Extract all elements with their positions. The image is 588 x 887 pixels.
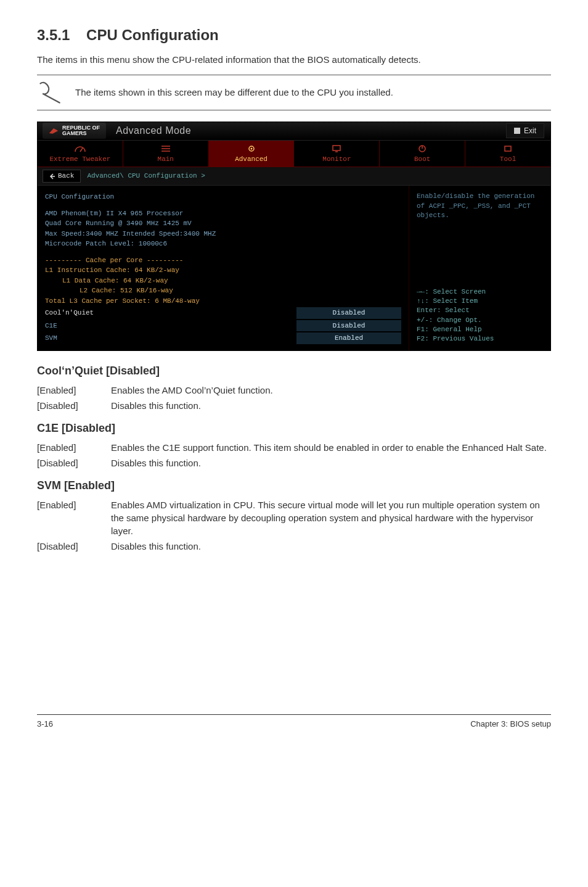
section-heading: 3.5.1 CPU Configuration bbox=[37, 25, 551, 46]
nav-hint: F1: General Help bbox=[417, 325, 543, 334]
section-title-text: CPU Configuration bbox=[86, 27, 219, 43]
setting-label: Cool'n'Quiet bbox=[45, 308, 94, 318]
bios-tabs: Extreme Tweaker Main Advanced Monitor Bo… bbox=[38, 141, 550, 167]
setting-value[interactable]: Disabled bbox=[296, 307, 401, 319]
breadcrumb: Advanced\ CPU Configuration > bbox=[87, 171, 205, 181]
gear-icon bbox=[245, 144, 258, 153]
tab-label: Advanced bbox=[209, 155, 294, 164]
info-line: Microcode Patch Level: 10000c6 bbox=[45, 239, 401, 249]
bios-topbar: REPUBLIC OF GAMERS Advanced Mode Exit bbox=[38, 122, 550, 141]
subheading-svm: SVM [Enabled] bbox=[37, 478, 551, 493]
rog-badge: REPUBLIC OF GAMERS bbox=[43, 123, 106, 139]
back-label: Back bbox=[58, 171, 74, 181]
nav-hint: Enter: Select bbox=[417, 306, 543, 315]
bios-left-panel: CPU Configuration AMD Phenom(tm) II X4 9… bbox=[38, 186, 409, 350]
subheading-coolnquiet: Cool‘n’Quiet [Disabled] bbox=[37, 363, 551, 379]
info-line: AMD Phenom(tm) II X4 965 Processor bbox=[45, 208, 401, 219]
back-arrow-icon bbox=[49, 173, 55, 179]
svg-rect-10 bbox=[505, 146, 511, 151]
option-desc: Disables this function. bbox=[111, 455, 551, 471]
page-footer: 3-16 Chapter 3: BIOS setup bbox=[37, 714, 551, 730]
setting-value[interactable]: Enabled bbox=[296, 332, 401, 344]
setting-label: SVM bbox=[45, 333, 57, 344]
cache-line: L1 Data Cache: 64 KB/2-way bbox=[45, 276, 401, 286]
tab-advanced[interactable]: Advanced bbox=[209, 141, 295, 167]
option-key: [Disabled] bbox=[37, 398, 111, 413]
svg-point-5 bbox=[250, 147, 252, 149]
rog-logo-icon bbox=[49, 127, 59, 134]
tool-icon bbox=[502, 144, 514, 153]
bios-breadcrumb-row: Back Advanced\ CPU Configuration > bbox=[38, 167, 550, 186]
tab-label: Monitor bbox=[294, 155, 379, 164]
option-desc: Disables this function. bbox=[111, 538, 551, 554]
tab-label: Extreme Tweaker bbox=[38, 155, 123, 164]
tab-tool[interactable]: Tool bbox=[465, 141, 550, 167]
bios-help-panel: Enable/disable the generation of ACPI _P… bbox=[409, 186, 550, 350]
option-desc: Enables the AMD Cool’n’Quiet function. bbox=[111, 382, 551, 398]
setting-row-c1e[interactable]: C1E Disabled bbox=[45, 320, 401, 332]
subheading-c1e: C1E [Disabled] bbox=[37, 421, 551, 436]
cache-line: L1 Instruction Cache: 64 KB/2-way bbox=[45, 265, 401, 276]
bios-screenshot: REPUBLIC OF GAMERS Advanced Mode Exit Ex… bbox=[37, 122, 551, 351]
exit-icon bbox=[514, 128, 520, 134]
option-key: [Disabled] bbox=[37, 455, 111, 471]
option-key: [Enabled] bbox=[37, 440, 111, 455]
tab-main[interactable]: Main bbox=[123, 141, 209, 167]
gauge-icon bbox=[74, 144, 86, 153]
option-key: [Enabled] bbox=[37, 497, 111, 538]
divider bbox=[37, 110, 551, 110]
section-number: 3.5.1 bbox=[37, 27, 70, 43]
option-key: [Enabled] bbox=[37, 382, 111, 398]
option-desc: Disables this function. bbox=[111, 398, 551, 413]
brand-line2: GAMERS bbox=[62, 131, 100, 136]
help-text: Enable/disable the generation of ACPI _P… bbox=[417, 192, 543, 220]
tab-label: Main bbox=[123, 155, 208, 164]
tab-monitor[interactable]: Monitor bbox=[294, 141, 380, 167]
tab-boot[interactable]: Boot bbox=[380, 141, 465, 167]
exit-label: Exit bbox=[524, 126, 536, 136]
monitor-icon bbox=[330, 144, 343, 153]
list-icon bbox=[160, 144, 172, 153]
setting-value[interactable]: Disabled bbox=[296, 320, 401, 332]
exit-button[interactable]: Exit bbox=[506, 123, 544, 139]
setting-row-coolnquiet[interactable]: Cool'n'Quiet Disabled bbox=[45, 307, 401, 319]
intro-paragraph: The items in this menu show the CPU-rela… bbox=[37, 53, 551, 66]
setting-label: C1E bbox=[45, 321, 57, 331]
back-button[interactable]: Back bbox=[43, 170, 81, 183]
footer-left: 3-16 bbox=[37, 719, 53, 730]
cache-header: --------- Cache per Core --------- bbox=[45, 255, 401, 266]
option-desc: Enables the C1E support function. This i… bbox=[111, 440, 551, 455]
tab-extreme-tweaker[interactable]: Extreme Tweaker bbox=[38, 141, 123, 167]
footer-right: Chapter 3: BIOS setup bbox=[470, 719, 551, 730]
info-line: Quad Core Running @ 3490 MHz 1425 mV bbox=[45, 218, 401, 229]
svg-line-0 bbox=[80, 148, 83, 152]
power-icon bbox=[416, 144, 428, 153]
nav-hints: →←: Select Screen ↑↓: Select Item Enter:… bbox=[417, 287, 543, 344]
nav-hint: F2: Previous Values bbox=[417, 334, 543, 344]
setting-row-svm[interactable]: SVM Enabled bbox=[45, 332, 401, 344]
cache-line: Total L3 Cache per Socket: 6 MB/48-way bbox=[45, 296, 401, 307]
nav-hint: →←: Select Screen bbox=[417, 287, 543, 297]
note-icon bbox=[37, 79, 64, 106]
svg-rect-6 bbox=[333, 146, 340, 151]
panel-title: CPU Configuration bbox=[45, 192, 401, 202]
option-key: [Disabled] bbox=[37, 538, 111, 554]
cache-line: L2 Cache: 512 KB/16-way bbox=[45, 286, 401, 296]
info-line: Max Speed:3400 MHZ Intended Speed:3400 M… bbox=[45, 229, 401, 239]
mode-title: Advanced Mode bbox=[116, 124, 191, 138]
note-text: The items shown in this screen may be di… bbox=[75, 86, 393, 99]
tab-label: Boot bbox=[380, 155, 465, 164]
nav-hint: +/-: Change Opt. bbox=[417, 316, 543, 325]
option-desc: Enables AMD virtualization in CPU. This … bbox=[111, 497, 551, 538]
nav-hint: ↑↓: Select Item bbox=[417, 297, 543, 306]
divider bbox=[37, 75, 551, 75]
tab-label: Tool bbox=[465, 155, 550, 164]
